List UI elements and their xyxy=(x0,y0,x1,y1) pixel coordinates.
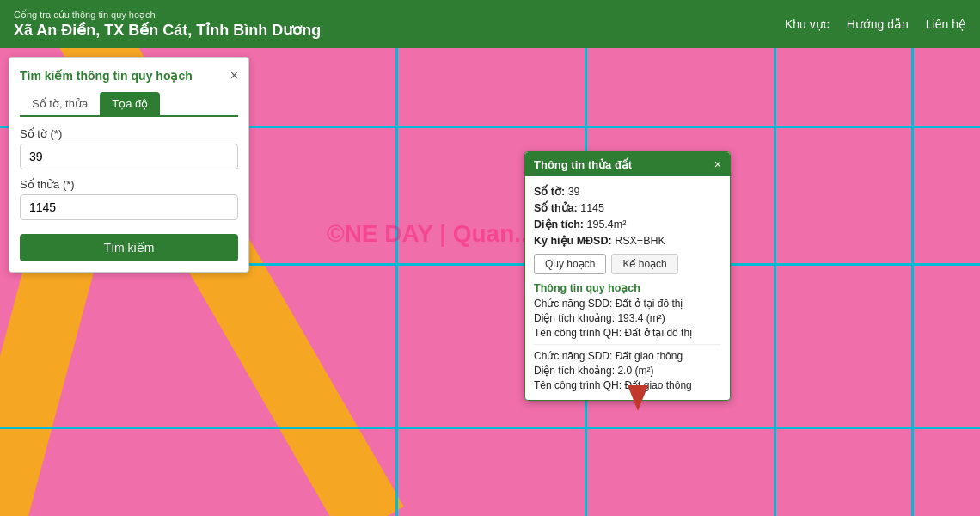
search-tab-bar: Số tờ, thửa Tọa độ xyxy=(20,92,238,117)
search-panel-header: Tìm kiếm thông tin quy hoạch × xyxy=(20,68,238,83)
info-detail-1-chuc-nang: Chức năng SDD: Đất giao thông xyxy=(534,350,721,362)
info-popup-body[interactable]: Số tờ: 39 Số thửa: 1145 Diện tích: 195.4… xyxy=(525,176,730,400)
road-cyan-h3 xyxy=(0,427,980,429)
info-tab-bar: Quy hoạch Kế hoạch xyxy=(534,254,721,274)
nav-lien-he[interactable]: Liên hệ xyxy=(926,17,966,31)
search-panel-title: Tìm kiếm thông tin quy hoạch xyxy=(20,69,193,83)
info-detail-0-dien-tich: Diện tích khoảng: 193.4 (m²) xyxy=(534,312,721,324)
header-left: Cổng tra cứu thông tin quy hoạch Xã An Đ… xyxy=(14,9,321,40)
popup-arrow xyxy=(628,385,648,411)
search-panel-close-button[interactable]: × xyxy=(230,68,238,83)
info-detail-0-chuc-nang: Chức năng SDD: Đất ở tại đô thị xyxy=(534,298,721,310)
header-subtitle: Cổng tra cứu thông tin quy hoạch xyxy=(14,9,321,21)
info-popup-header: Thông tin thửa đất × xyxy=(525,152,730,176)
search-panel: Tìm kiếm thông tin quy hoạch × Số tờ, th… xyxy=(9,57,249,273)
nav-huong-dan[interactable]: Hướng dẫn xyxy=(847,17,909,31)
road-cyan-v1 xyxy=(395,48,398,516)
header: Cổng tra cứu thông tin quy hoạch Xã An Đ… xyxy=(0,0,980,48)
road-cyan-v4 xyxy=(911,48,914,516)
road-cyan-v3 xyxy=(774,48,776,516)
header-nav: Khu vực Hướng dẫn Liên hệ xyxy=(785,17,966,31)
info-tab-ke-hoach[interactable]: Kế hoạch xyxy=(611,254,677,274)
info-detail-1-dien-tich: Diện tích khoảng: 2.0 (m²) xyxy=(534,365,721,377)
form-group-so-thua: Số thửa (*) xyxy=(20,178,238,220)
header-title: Xã An Điền, TX Bến Cát, Tỉnh Bình Dương xyxy=(14,21,321,40)
info-tab-quy-hoach[interactable]: Quy hoạch xyxy=(534,254,606,274)
info-so-thua: Số thửa: 1145 xyxy=(534,201,721,214)
map-container[interactable]: ©NE DAY | Quan... Tìm kiếm thông tin quy… xyxy=(0,48,980,516)
info-ky-hieu: Ký hiệu MĐSD: RSX+BHK xyxy=(534,234,721,247)
input-so-thua[interactable] xyxy=(20,194,238,220)
tab-toa-do[interactable]: Tọa độ xyxy=(100,92,160,115)
label-so-thua: Số thửa (*) xyxy=(20,178,238,191)
info-popup-title: Thông tin thửa đất xyxy=(534,158,632,171)
info-divider xyxy=(534,344,721,345)
label-so-to: Số tờ (*) xyxy=(20,127,238,140)
info-dien-tich: Diện tích: 195.4m² xyxy=(534,218,721,230)
info-detail-0-ten-ct: Tên công trình QH: Đất ở tại đô thị xyxy=(534,327,721,339)
info-so-to: Số tờ: 39 xyxy=(534,185,721,198)
search-button[interactable]: Tìm kiếm xyxy=(20,234,238,261)
info-popup: Thông tin thửa đất × Số tờ: 39 Số thửa: … xyxy=(524,151,731,401)
info-section-title: Thông tin quy hoạch xyxy=(534,281,721,294)
info-popup-close-button[interactable]: × xyxy=(714,157,721,171)
form-group-so-to: Số tờ (*) xyxy=(20,127,238,169)
nav-khu-vuc[interactable]: Khu vực xyxy=(785,17,830,31)
input-so-to[interactable] xyxy=(20,144,238,169)
tab-so-to-thua[interactable]: Số tờ, thửa xyxy=(20,92,100,115)
